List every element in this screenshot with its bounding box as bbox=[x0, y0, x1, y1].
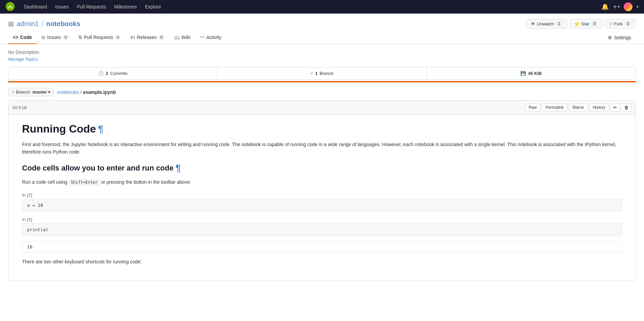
unwatch-label: Unwatch bbox=[537, 21, 554, 26]
repo-actions: 👁 Unwatch 1 ⭐ Star 0 ⑂ Fork 0 bbox=[527, 19, 636, 28]
stats-bar: 🕐 2 Commits ⑂ 1 Branch 💾 45 KiB bbox=[8, 67, 636, 80]
activity-icon: 〰 bbox=[200, 35, 205, 40]
cell-2-code: print(a) bbox=[22, 223, 622, 236]
settings-icon: ⚙ bbox=[608, 35, 612, 40]
fork-icon: ⑂ bbox=[609, 21, 612, 26]
orange-separator bbox=[8, 81, 636, 82]
tab-issues-label: Issues bbox=[47, 35, 61, 40]
fork-button[interactable]: ⑂ Fork 0 bbox=[605, 19, 636, 28]
tag-icon: 🏷 bbox=[130, 35, 135, 40]
commits-stat[interactable]: 🕐 2 Commits bbox=[8, 67, 218, 79]
edit-button[interactable]: ✏ bbox=[610, 103, 620, 112]
breadcrumb-separator: / bbox=[80, 89, 82, 95]
blame-button[interactable]: Blame bbox=[569, 104, 588, 111]
tab-issues[interactable]: ⊙ Issues 0 bbox=[37, 31, 73, 44]
nav-item-issues[interactable]: Issues bbox=[52, 2, 72, 12]
size-stat[interactable]: 💾 45 KiB bbox=[427, 67, 636, 79]
pilcrow-icon: ¶ bbox=[98, 124, 104, 135]
tab-wiki[interactable]: 📖 Wiki bbox=[169, 31, 195, 44]
pr-badge: 0 bbox=[115, 35, 121, 40]
run-suffix: or pressing the button in the toolbar ab… bbox=[100, 179, 191, 185]
branch-selector[interactable]: ⑂ Branch: master ▾ bbox=[8, 88, 54, 96]
user-avatar[interactable] bbox=[624, 2, 632, 11]
notebook-title-text: Running Code bbox=[22, 123, 96, 135]
tab-activity[interactable]: 〰 Activity bbox=[195, 31, 226, 44]
notification-button[interactable]: 🔔 bbox=[601, 3, 609, 11]
create-button[interactable]: + ▾ bbox=[613, 3, 620, 11]
main-content: ▤ admin1 / notebooks 👁 Unwatch 1 ⭐ Star … bbox=[0, 14, 644, 321]
breadcrumb-repo-link[interactable]: notebooks bbox=[57, 89, 79, 95]
star-label: Star bbox=[581, 21, 589, 26]
unwatch-button[interactable]: 👁 Unwatch 1 bbox=[527, 19, 567, 28]
notebook-heading2: Code cells allow you to enter and run co… bbox=[22, 163, 622, 174]
delete-button[interactable]: 🗑 bbox=[621, 103, 631, 112]
repo-name-link[interactable]: notebooks bbox=[46, 20, 80, 28]
nav-right: 🔔 + ▾ ▾ bbox=[601, 2, 639, 11]
output-cell: 10 bbox=[22, 241, 622, 253]
repo-header: ▤ admin1 / notebooks 👁 Unwatch 1 ⭐ Star … bbox=[0, 14, 644, 28]
tab-pr-label: Pull Requests bbox=[84, 35, 113, 40]
notebook-heading2-text: Code cells allow you to enter and run co… bbox=[22, 164, 173, 173]
settings-label: Settings bbox=[614, 35, 631, 40]
commits-icon: 🕐 bbox=[98, 71, 104, 76]
code-icon: <> bbox=[13, 35, 18, 40]
size-value: 45 KiB bbox=[528, 71, 541, 76]
nav-item-explore[interactable]: Explore bbox=[142, 2, 164, 12]
repo-description: No Description bbox=[8, 49, 636, 55]
file-actions: Raw Permalink Blame History ✏ 🗑 bbox=[525, 103, 631, 112]
nav-item-dashboard[interactable]: Dashboard bbox=[20, 2, 50, 12]
manage-topics-link[interactable]: Manage Topics bbox=[8, 57, 38, 62]
repo-title: ▤ admin1 / notebooks bbox=[8, 20, 80, 28]
run-instruction: Run a code cell using Shift+Enter or pre… bbox=[22, 178, 622, 186]
branches-label: Branch bbox=[320, 71, 334, 76]
repo-tabs: <> Code ⊙ Issues 0 ⇅ Pull Requests 0 🏷 R… bbox=[0, 31, 644, 44]
tab-code[interactable]: <> Code bbox=[8, 31, 37, 44]
notebook-title: Running Code ¶ bbox=[22, 123, 622, 135]
issues-badge: 0 bbox=[63, 35, 69, 40]
branch-icon: ⑂ bbox=[12, 89, 15, 95]
repo-body: No Description Manage Topics 🕐 2 Commits… bbox=[0, 44, 644, 286]
issue-icon: ⊙ bbox=[41, 35, 45, 40]
tab-releases-label: Releases bbox=[137, 35, 156, 40]
run-shortcut: Shift+Enter bbox=[69, 179, 100, 185]
commits-label: Commits bbox=[110, 71, 127, 76]
size-icon: 💾 bbox=[520, 71, 526, 76]
star-button[interactable]: ⭐ Star 0 bbox=[570, 19, 603, 28]
history-button[interactable]: History bbox=[589, 104, 609, 111]
file-header: 50 K1B Raw Permalink Blame History ✏ 🗑 bbox=[8, 101, 636, 115]
plus-icon: + bbox=[613, 3, 617, 11]
notebook-intro: First and foremost, the Jupyter Notebook… bbox=[22, 141, 622, 156]
cell-1-code: a = 10 bbox=[22, 199, 622, 212]
releases-badge: 0 bbox=[158, 35, 165, 40]
breadcrumb-file: example.ipynb bbox=[83, 89, 116, 95]
branch-chevron-icon: ▾ bbox=[48, 89, 50, 95]
user-dropdown-chevron[interactable]: ▾ bbox=[637, 4, 639, 9]
commits-count: 2 bbox=[106, 71, 108, 76]
unwatch-count: 1 bbox=[556, 21, 563, 26]
repo-owner-link[interactable]: admin1 bbox=[17, 20, 39, 28]
tab-code-label: Code bbox=[20, 35, 32, 40]
file-size: 50 K1B bbox=[13, 105, 27, 110]
nav-items: Dashboard Issues Pull Requests Milestone… bbox=[20, 2, 601, 12]
permalink-button[interactable]: Permalink bbox=[542, 104, 567, 111]
cell-1-label: In [2]: bbox=[22, 193, 622, 198]
tab-releases[interactable]: 🏷 Releases 0 bbox=[126, 31, 169, 44]
nav-item-pull-requests[interactable]: Pull Requests bbox=[73, 2, 109, 12]
top-navigation: Dashboard Issues Pull Requests Milestone… bbox=[0, 0, 644, 14]
raw-button[interactable]: Raw bbox=[525, 104, 540, 111]
star-icon: ⭐ bbox=[574, 21, 580, 26]
branches-stat[interactable]: ⑂ 1 Branch bbox=[218, 67, 427, 79]
tab-pull-requests[interactable]: ⇅ Pull Requests 0 bbox=[73, 31, 126, 44]
nav-item-milestones[interactable]: Milestones bbox=[111, 2, 140, 12]
repo-separator: / bbox=[42, 20, 44, 28]
branch-name: master bbox=[33, 89, 47, 95]
wiki-icon: 📖 bbox=[174, 35, 180, 40]
fork-label: Fork bbox=[614, 21, 623, 26]
chevron-down-icon: ▾ bbox=[618, 4, 620, 9]
eye-icon: 👁 bbox=[531, 21, 535, 26]
site-logo[interactable] bbox=[5, 2, 15, 12]
breadcrumb: notebooks / example.ipynb bbox=[57, 89, 116, 95]
branch-row: ⑂ Branch: master ▾ notebooks / example.i… bbox=[8, 88, 636, 96]
tab-settings[interactable]: ⚙ Settings bbox=[603, 32, 636, 44]
branch-label: Branch: bbox=[16, 89, 31, 95]
